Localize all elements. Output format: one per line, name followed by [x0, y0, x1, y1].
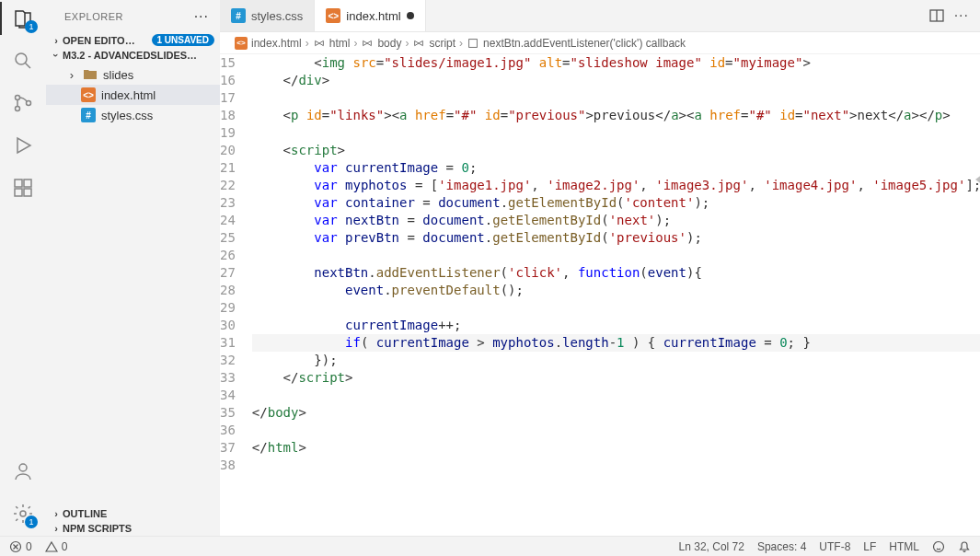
npm-scripts-section[interactable]: › NPM SCRIPTS	[46, 521, 220, 536]
sidebar-title: EXPLORER	[64, 11, 194, 22]
svg-point-13	[934, 541, 944, 551]
tab-index-html[interactable]: <> index.html	[315, 0, 425, 31]
chevron-right-icon: ›	[50, 508, 63, 519]
html-file-icon: <>	[326, 8, 340, 23]
tree-file-styles-css[interactable]: # styles.css	[46, 105, 220, 125]
chevron-right-icon: ›	[66, 68, 77, 82]
css-file-icon: #	[81, 108, 96, 122]
breadcrumb-callback: nextBtn.addEventListener('click') callba…	[483, 37, 686, 50]
breadcrumb-script: script	[429, 37, 455, 50]
tab-label: styles.css	[251, 9, 303, 23]
status-encoding[interactable]: UTF-8	[819, 540, 850, 553]
npm-label: NPM SCRIPTS	[63, 523, 214, 534]
svg-point-0	[16, 53, 27, 64]
svg-rect-5	[15, 189, 22, 196]
svg-point-2	[16, 107, 20, 111]
status-warnings[interactable]: 0	[45, 540, 68, 553]
open-editors-section[interactable]: › OPEN EDITO… 1 UNSAVED	[46, 32, 220, 48]
tree-item-label: index.html	[101, 88, 156, 102]
status-bar: 0 0 Ln 32, Col 72 Spaces: 4 UTF-8 LF HTM…	[0, 536, 980, 556]
svg-rect-4	[15, 180, 22, 187]
status-eol[interactable]: LF	[863, 540, 876, 553]
source-control-icon[interactable]	[10, 90, 36, 116]
outline-section[interactable]: › OUTLINE	[46, 506, 220, 521]
html-file-icon: <>	[81, 87, 96, 102]
settings-gear-icon[interactable]: 1	[10, 501, 36, 527]
svg-rect-6	[24, 189, 31, 196]
svg-rect-7	[24, 180, 31, 187]
html-file-icon: <>	[235, 37, 248, 50]
status-errors[interactable]: 0	[9, 540, 32, 553]
explorer-badge: 1	[25, 20, 38, 33]
breadcrumb[interactable]: <>index.html › html › body › script › ne…	[220, 32, 980, 54]
code-content[interactable]: <img src="slides/image1.jpg" alt="slides…	[252, 54, 980, 536]
chevron-down-icon: ›	[51, 49, 62, 62]
status-cursor-pos[interactable]: Ln 32, Col 72	[679, 540, 744, 553]
svg-point-8	[19, 464, 27, 471]
settings-badge: 1	[25, 515, 38, 528]
unsaved-badge: 1 UNSAVED	[152, 34, 215, 46]
tab-label: index.html	[346, 9, 400, 23]
chevron-right-icon: ›	[50, 35, 63, 46]
extensions-icon[interactable]	[10, 175, 36, 201]
folder-section[interactable]: › M3.2 - ADVANCEDSLIDES…	[46, 48, 220, 63]
search-icon[interactable]	[10, 48, 36, 74]
svg-rect-11	[469, 39, 478, 47]
svg-point-3	[27, 101, 31, 106]
tree-file-index-html[interactable]: <> index.html	[46, 85, 220, 105]
feedback-icon[interactable]	[932, 540, 945, 553]
css-file-icon: #	[231, 8, 246, 23]
svg-point-1	[16, 96, 20, 100]
sidebar-more-icon[interactable]: ···	[194, 8, 209, 25]
line-gutter: 1516171819202122232425262728293031323334…	[220, 54, 252, 536]
activity-bar: 1 1	[0, 0, 46, 536]
minimap-marker-icon	[975, 174, 980, 185]
folder-icon	[83, 67, 98, 82]
code-editor[interactable]: 1516171819202122232425262728293031323334…	[220, 54, 980, 536]
tab-styles-css[interactable]: # styles.css	[220, 0, 315, 31]
tree-folder-slides[interactable]: › slides	[46, 64, 220, 85]
tree-item-label: styles.css	[101, 109, 153, 122]
tab-bar: # styles.css <> index.html ···	[220, 0, 980, 32]
sidebar: EXPLORER ··· › OPEN EDITO… 1 UNSAVED › M…	[46, 0, 220, 536]
tree-item-label: slides	[103, 68, 133, 82]
dirty-indicator-icon	[407, 12, 414, 19]
notifications-icon[interactable]	[958, 540, 971, 553]
account-icon[interactable]	[10, 458, 36, 484]
breadcrumb-html: html	[329, 37, 351, 50]
explorer-icon[interactable]: 1	[10, 6, 36, 31]
more-actions-icon[interactable]: ···	[954, 7, 969, 24]
split-editor-icon[interactable]	[928, 7, 945, 24]
open-editors-label: OPEN EDITO…	[63, 35, 152, 46]
folder-label: M3.2 - ADVANCEDSLIDES…	[63, 50, 214, 61]
run-debug-icon[interactable]	[10, 133, 36, 158]
outline-label: OUTLINE	[63, 508, 214, 519]
status-indent[interactable]: Spaces: 4	[757, 540, 806, 553]
breadcrumb-file: index.html	[251, 37, 302, 50]
chevron-right-icon: ›	[50, 523, 63, 534]
breadcrumb-body: body	[377, 37, 401, 50]
editor-area: # styles.css <> index.html ··· <>index.h…	[220, 0, 980, 536]
status-language[interactable]: HTML	[889, 540, 919, 553]
svg-point-9	[20, 511, 26, 516]
